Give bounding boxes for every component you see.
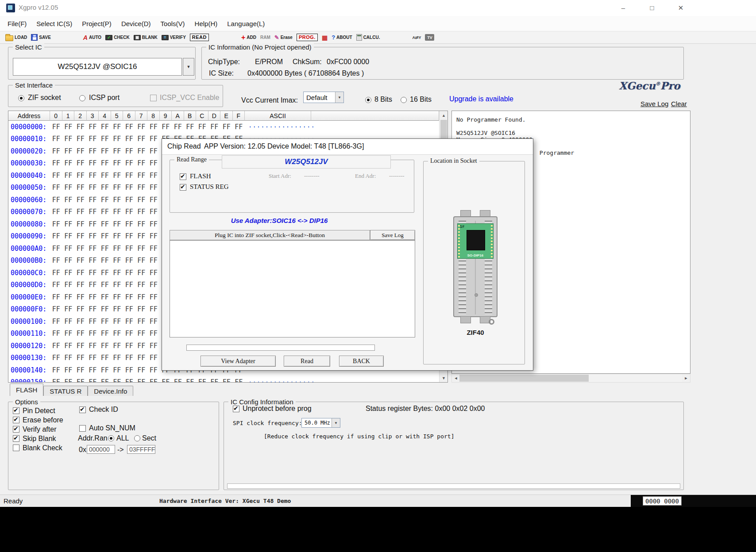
hex-byte[interactable]: FF [111,159,123,167]
hex-byte[interactable]: FF [147,135,160,143]
hex-byte[interactable]: FF [62,378,75,382]
hex-byte[interactable]: FF [147,293,160,301]
maximize-button[interactable]: □ [642,0,662,16]
auto-sn-checkbox[interactable] [79,425,86,432]
hex-byte[interactable]: FF [87,318,99,326]
hex-byte[interactable]: FF [135,196,148,204]
hex-byte[interactable]: FF [99,293,111,301]
toolbar-ab-swap[interactable]: A⇄Y [412,35,421,40]
unprotect-checkbox[interactable] [233,406,239,412]
hex-byte[interactable]: FF [99,366,111,374]
hex-byte[interactable]: FF [111,135,123,143]
hex-byte[interactable]: FF [160,123,172,131]
hex-byte[interactable]: FF [74,257,87,264]
addr-all-radio[interactable] [108,435,114,441]
hex-byte[interactable]: FF [87,208,99,216]
hex-byte[interactable]: FF [147,257,160,264]
hex-byte[interactable]: FF [123,245,135,253]
hex-byte[interactable]: FF [135,123,148,131]
hex-byte[interactable]: FF [50,208,62,216]
hex-byte[interactable]: FF [123,366,135,374]
hex-byte[interactable]: FF [135,342,148,350]
spi-frequency-select[interactable]: 50.0 MHz ▼ [301,418,340,428]
log-horizontal-scrollbar[interactable]: ◄ ► [451,374,690,383]
hex-byte[interactable]: FF [147,318,160,326]
hex-byte[interactable]: FF [111,269,123,277]
hex-byte[interactable]: FF [62,245,75,253]
hex-byte[interactable]: FF [99,330,111,337]
menu-item-filef[interactable]: File(F) [3,20,31,27]
hex-byte[interactable]: FF [87,281,99,289]
hex-byte[interactable]: FF [123,354,135,362]
addr-sect-radio[interactable] [134,435,140,441]
hex-byte[interactable]: FF [135,330,148,337]
hex-byte[interactable]: FF [184,378,197,382]
hex-byte[interactable]: FF [74,245,87,253]
hex-byte[interactable]: FF [135,135,148,143]
hex-byte[interactable]: FF [87,172,99,180]
hex-byte[interactable]: FF [111,257,123,264]
hex-byte[interactable]: FF [147,342,160,350]
hex-byte[interactable]: FF [99,342,111,350]
hex-byte[interactable]: FF [99,245,111,253]
toolbar-tv[interactable]: TV [425,34,434,41]
hex-byte[interactable]: FF [74,354,87,362]
hex-byte[interactable]: FF [135,220,148,228]
hex-byte[interactable]: FF [74,184,87,192]
hex-byte[interactable]: FF [123,257,135,264]
hex-byte[interactable]: FF [135,159,148,167]
range-start-input[interactable] [87,445,115,454]
hex-byte[interactable]: FF [99,123,111,131]
tab-flash[interactable]: FLASH [10,383,43,396]
hex-byte[interactable]: FF [62,281,75,289]
hex-byte[interactable]: FF [50,232,62,240]
hex-byte[interactable]: FF [87,245,99,253]
hex-byte[interactable]: FF [135,354,148,362]
hex-byte[interactable]: FF [111,232,123,240]
hex-byte[interactable]: FF [123,330,135,337]
hex-byte[interactable]: FF [87,366,99,374]
hex-byte[interactable]: FF [111,208,123,216]
hex-byte[interactable]: FF [147,147,160,155]
dialog-save-log-button[interactable]: Save Log [370,230,415,240]
hex-byte[interactable]: FF [147,245,160,253]
close-button[interactable]: ✕ [671,0,691,16]
hex-byte[interactable]: FF [147,123,160,131]
hex-byte[interactable]: FF [111,184,123,192]
hex-byte[interactable]: FF [135,232,148,240]
hex-byte[interactable]: FF [172,378,184,382]
menu-item-languagel[interactable]: Language(L) [222,20,270,27]
hex-byte[interactable]: FF [111,123,123,131]
toolbar-load[interactable]: LOAD [5,34,27,41]
hex-byte[interactable]: FF [62,172,75,180]
hex-byte[interactable]: FF [123,305,135,313]
hex-byte[interactable]: FF [135,293,148,301]
toolbar-read[interactable]: READ [190,34,209,41]
read-button[interactable]: Read [284,356,330,367]
hex-byte[interactable]: FF [123,147,135,155]
hex-byte[interactable]: FF [99,281,111,289]
toolbar-ram[interactable]: RAM [260,35,270,40]
hex-byte[interactable]: FF [99,232,111,240]
hex-byte[interactable]: FF [135,281,148,289]
hex-byte[interactable]: FF [74,220,87,228]
hex-byte[interactable]: FF [135,208,148,216]
hex-byte[interactable]: FF [50,172,62,180]
hex-byte[interactable]: FF [111,366,123,374]
hex-byte[interactable]: FF [50,123,62,131]
verify-after-checkbox[interactable] [13,426,19,433]
hex-byte[interactable]: FF [62,318,75,326]
hex-byte[interactable]: FF [233,123,245,131]
scrollbar-thumb[interactable] [459,375,589,382]
hex-byte[interactable]: FF [62,208,75,216]
hex-byte[interactable]: FF [111,318,123,326]
clear-link[interactable]: Clear [671,100,687,107]
hex-byte[interactable]: FF [147,172,160,180]
hex-byte[interactable]: FF [135,269,148,277]
hex-byte[interactable]: FF [147,330,160,337]
hex-byte[interactable]: FF [123,172,135,180]
upgrade-link[interactable]: Upgrade is available [449,95,513,103]
ic-combobox-dropdown[interactable]: ▼ [183,58,194,76]
flash-checkbox[interactable] [180,173,186,180]
hex-byte[interactable]: FF [99,305,111,313]
